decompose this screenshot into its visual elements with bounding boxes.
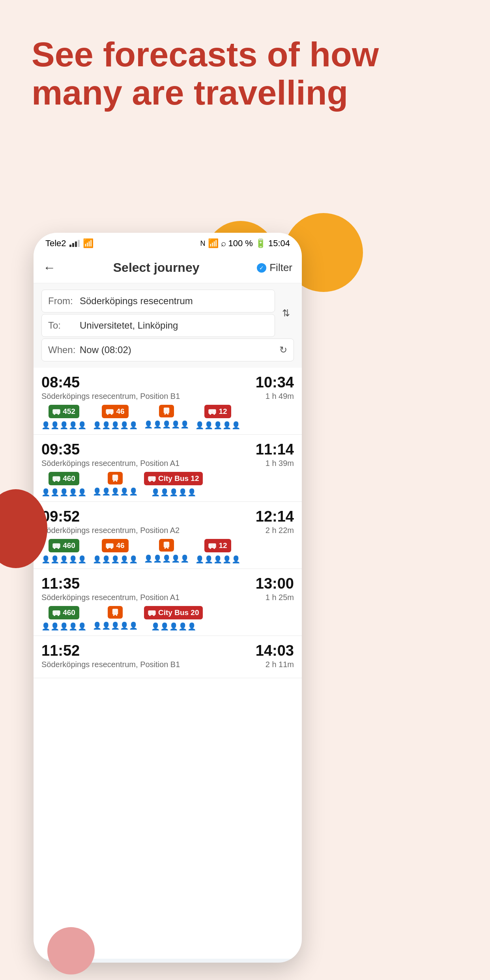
svg-rect-77 — [116, 610, 117, 612]
arrival-time: 11:14 — [256, 441, 294, 458]
journey-duration: 2 h 11m — [266, 660, 294, 669]
departure-time: 11:35 — [41, 575, 80, 592]
transport-number: City Bus 20 — [158, 608, 199, 617]
transport-item: 46 👤👤👤👤👤 — [93, 539, 138, 564]
svg-rect-65 — [213, 544, 215, 546]
journey-item[interactable]: 11:52 14:03 Söderköpings resecentrum, Po… — [34, 636, 302, 678]
svg-rect-28 — [54, 477, 56, 479]
svg-rect-47 — [57, 544, 60, 546]
battery-icon: 🔋 — [255, 238, 266, 249]
journey-from: Söderköpings resecentrum, Position B1 — [41, 660, 180, 669]
filter-button[interactable]: ✓ Filter — [257, 262, 292, 274]
svg-point-27 — [58, 480, 59, 482]
svg-rect-70 — [54, 612, 56, 613]
svg-rect-54 — [164, 542, 169, 547]
svg-point-50 — [107, 547, 108, 549]
filter-label: Filter — [269, 262, 292, 274]
transport-row: 460 👤👤👤👤👤 46 👤👤👤👤👤 — [41, 539, 294, 564]
journey-meta: Söderköpings resecentrum, Position A1 1 … — [41, 459, 294, 468]
journey-duration: 1 h 25m — [266, 593, 294, 602]
svg-rect-10 — [107, 410, 109, 412]
transport-item: 12 👤👤👤👤👤 — [195, 405, 240, 430]
page-heading: See forecasts of how many are travelling — [32, 36, 458, 112]
journey-from: Söderköpings resecentrum, Position B1 — [41, 392, 180, 401]
svg-rect-64 — [209, 544, 212, 546]
journey-duration: 1 h 49m — [266, 392, 294, 401]
nfc-icon: N — [200, 239, 206, 248]
when-field[interactable]: When: Now (08:02) ↻ — [41, 339, 294, 361]
swap-button[interactable]: ⇅ — [279, 306, 293, 320]
transport-number: 460 — [63, 608, 75, 617]
phone-frame: Tele2 📶 N 📶 ⌕ 100 % 🔋 15:04 ← Select jou… — [34, 233, 302, 963]
arrival-time: 13:00 — [256, 575, 294, 592]
transport-item: 452 👤👤👤👤👤 — [41, 405, 86, 430]
journey-times: 11:35 13:00 — [41, 575, 294, 592]
journey-duration: 2 h 22m — [266, 526, 294, 535]
svg-rect-46 — [54, 544, 56, 546]
journey-meta: Söderköpings resecentrum, Position A2 2 … — [41, 526, 294, 535]
departure-time: 09:35 — [41, 441, 80, 458]
decorative-circle-pink — [47, 927, 95, 974]
journey-times: 08:45 10:34 — [41, 374, 294, 391]
journey-duration: 1 h 39m — [266, 459, 294, 468]
transport-item: City Bus 12 👤👤👤👤👤 — [144, 472, 203, 497]
transport-number: 12 — [219, 407, 227, 416]
svg-rect-41 — [153, 477, 155, 479]
departure-time: 09:52 — [41, 508, 80, 525]
from-label: From: — [48, 295, 80, 307]
svg-point-80 — [149, 614, 151, 616]
time-label: 15:04 — [268, 238, 290, 249]
arrival-time: 12:14 — [256, 508, 294, 525]
journey-meta: Söderköpings resecentrum, Position A1 1 … — [41, 593, 294, 602]
svg-point-26 — [54, 480, 55, 482]
svg-point-9 — [111, 413, 112, 415]
status-left: Tele2 📶 — [45, 238, 94, 249]
svg-rect-11 — [110, 410, 113, 412]
journey-item[interactable]: 09:35 11:14 Söderköpings resecentrum, Po… — [34, 435, 302, 502]
from-value: Söderköpings resecentrum — [80, 295, 268, 307]
svg-point-81 — [153, 614, 155, 616]
transport-item: 460 👤👤👤👤👤 — [41, 606, 86, 631]
bluetooth-icon: 📶 — [208, 238, 219, 249]
svg-rect-83 — [153, 612, 155, 613]
transport-item: 12 👤👤👤👤👤 — [195, 539, 240, 564]
svg-point-45 — [58, 547, 59, 549]
transport-item: 46 👤👤👤👤👤 — [93, 405, 138, 430]
transport-number: 460 — [63, 541, 75, 550]
journey-times: 11:52 14:03 — [41, 642, 294, 659]
svg-rect-76 — [114, 610, 115, 612]
journey-item[interactable]: 08:45 10:34 Söderköpings resecentrum, Po… — [34, 368, 302, 435]
journey-from: Söderköpings resecentrum, Position A2 — [41, 526, 180, 535]
signal-icon — [69, 240, 80, 247]
transport-row: 460 👤👤👤👤👤 👤👤👤👤👤 — [41, 606, 294, 631]
svg-rect-30 — [112, 475, 118, 480]
when-label: When: — [48, 344, 80, 355]
arrival-time: 10:34 — [256, 374, 294, 391]
journey-times: 09:52 12:14 — [41, 508, 294, 525]
to-field[interactable]: To: Universitetet, Linköping — [41, 314, 275, 337]
svg-point-38 — [149, 480, 151, 482]
svg-rect-53 — [110, 544, 113, 546]
svg-rect-22 — [209, 410, 212, 412]
svg-rect-23 — [213, 410, 215, 412]
svg-point-21 — [213, 413, 215, 415]
svg-point-68 — [54, 614, 55, 616]
filter-check-icon: ✓ — [257, 263, 266, 273]
svg-rect-35 — [116, 476, 117, 478]
journey-item[interactable]: 11:35 13:00 Söderköpings resecentrum, Po… — [34, 569, 302, 636]
app-header: ← Select journey ✓ Filter — [34, 252, 302, 283]
journey-item[interactable]: 09:52 12:14 Söderköpings resecentrum, Po… — [34, 502, 302, 569]
transport-number: City Bus 12 — [158, 474, 199, 483]
journey-from: Söderköpings resecentrum, Position A1 — [41, 459, 180, 468]
transport-item: 460 👤👤👤👤👤 — [41, 472, 86, 497]
svg-point-2 — [54, 413, 55, 415]
journey-meta: Söderköpings resecentrum, Position B1 1 … — [41, 392, 294, 401]
to-label: To: — [48, 320, 80, 331]
svg-point-39 — [153, 480, 155, 482]
back-button[interactable]: ← — [43, 260, 56, 275]
from-field[interactable]: From: Söderköpings resecentrum — [41, 290, 275, 312]
refresh-button[interactable]: ↻ — [279, 344, 287, 355]
svg-point-62 — [209, 547, 211, 549]
svg-rect-29 — [57, 477, 60, 479]
transport-item: 👤👤👤👤👤 — [144, 405, 189, 429]
